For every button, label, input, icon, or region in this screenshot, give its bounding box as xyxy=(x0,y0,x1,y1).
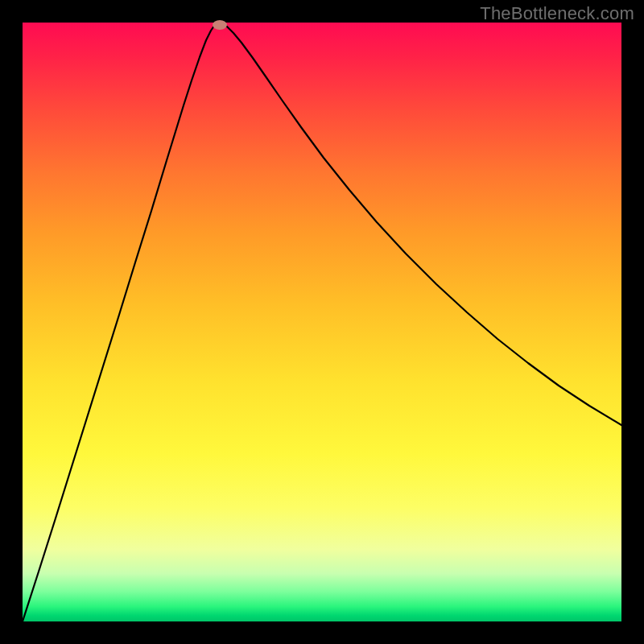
plot-area xyxy=(23,23,621,621)
min-point-marker xyxy=(213,20,227,30)
watermark-text: TheBottleneck.com xyxy=(480,3,634,24)
bottleneck-curve xyxy=(23,23,621,621)
